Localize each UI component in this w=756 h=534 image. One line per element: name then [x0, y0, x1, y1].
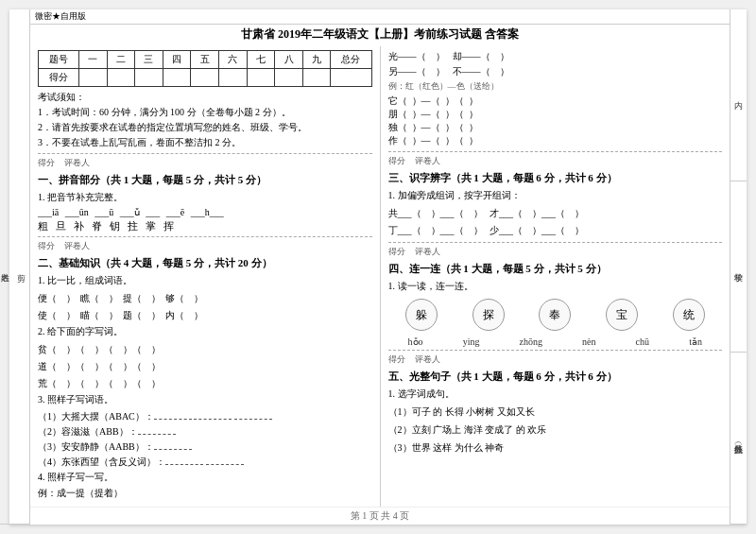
top-strip: 微密★自用版 — [30, 9, 730, 25]
s2-q1-content: 便（ ） 瞧（ ） 提（ ） 够（ ） 使（ ） 瞄（ ） 题（ ） 内（ ） — [38, 290, 372, 324]
py-ying: ying — [463, 336, 480, 347]
instructions-title: 考试须知： — [38, 91, 372, 104]
rt-extra-rows: 它（ ）—（ ）（ ） 朋（ ）—（ ）（ ） 独（ ）—（ ）（ ） 作（ ）… — [388, 95, 723, 147]
scorer-label-s1: 得分 — [38, 157, 55, 169]
s2-q3-1: （1）大摇大摆（ABAC）： — [38, 409, 372, 424]
scorer-s4: 得分 评卷人 — [388, 246, 723, 258]
py-tan: tǎn — [689, 336, 702, 347]
rt-extra1: 它（ ）—（ ）（ ） — [388, 95, 723, 108]
s5-sub2: （2）立刻 广场上 海洋 变成了 的 欢乐 — [388, 422, 723, 438]
side-labels: 内 学校 外（撕线） — [730, 9, 747, 525]
section1-title: 一、拼音部分（共 1 大题，每题 5 分，共计 5 分） — [38, 173, 372, 187]
table-header-8: 八 — [275, 51, 303, 69]
char-4: 脊 — [92, 219, 102, 233]
instruction-1: 1．考试时间：60 分钟，满分为 100 分（全卷每小题 2 分）。 — [38, 106, 372, 119]
pinyin-labels: hǒo ying zhōng nèn chū tǎn — [388, 336, 723, 347]
page-info: 第 1 页 共 4 页 — [351, 510, 410, 521]
section5-title: 五、光整句子（共 1 大题，每题 6 分，共计 6 分） — [388, 370, 723, 384]
scorer-person-s1: 评卷人 — [64, 157, 90, 169]
s2-q2-row1: 贫（ ）（ ）（ ）（ ） — [38, 341, 372, 358]
table-cell-3 — [135, 69, 163, 87]
char-6: 拄 — [128, 219, 138, 233]
scorer-person-s3: 评卷人 — [415, 155, 440, 167]
table-cell-4 — [163, 69, 191, 87]
s2-q3-3: （3）安安静静（AABB）： — [38, 439, 372, 455]
table-header-3: 三 — [135, 51, 163, 69]
char-5: 钥 — [110, 219, 120, 233]
rt-note: 例：红（红色）—色（送给） — [388, 80, 723, 93]
pb4: ___ǔ — [120, 207, 143, 217]
score-table: 题号 一 二 三 四 五 六 七 八 九 总分 得分 — [38, 50, 372, 87]
scorer-label-s3: 得分 — [388, 155, 405, 167]
py-chu: chū — [636, 336, 649, 347]
s2-q2-row3: 荒（ ）（ ）（ ）（ ） — [38, 375, 372, 392]
char-8: 挥 — [163, 219, 174, 233]
rt-r2c2: 不——（ ） — [453, 65, 509, 78]
s2-q2: 2. 给下面的字写词。 — [38, 324, 372, 338]
char-1: 粗 — [38, 219, 48, 233]
scorer-s1: 得分 评卷人 — [38, 157, 372, 169]
s2-q4-content: 例：成一提（提着） — [38, 487, 372, 500]
table-cell-1 — [78, 69, 107, 87]
main-content: 微密★自用版 甘肃省 2019年二年级语文【上册】考前练习试题 含答案 题号 一… — [30, 9, 730, 525]
s1-q1: 1. 把音节补充完整。 — [38, 190, 372, 204]
rt-extra4: 作（ ）—（ ）（ ） — [388, 134, 723, 147]
table-cell-8 — [275, 69, 303, 87]
label-jianfeng: 剪 — [13, 9, 29, 525]
section2-title: 二、基础知识（共 4 大题，每题 5 分，共计 20 分） — [38, 256, 372, 270]
scorer-label-s2: 得分 — [38, 240, 55, 252]
s2-q3: 3. 照样子写词语。 — [38, 392, 372, 406]
scorer-person-s5: 评卷人 — [415, 353, 440, 366]
s3-q1: 1. 加偏旁成组词，按字开组词： — [388, 188, 723, 202]
side-nei: 内 — [730, 9, 747, 181]
rt-row1: 光——（ ） 却——（ ） — [388, 50, 723, 63]
s5-sub1: （1）可子 的 长得 小树树 又如又长 — [388, 404, 723, 420]
s5-content: （1）可子 的 长得 小树树 又如又长 （2）立刻 广场上 海洋 变成了 的 欢… — [388, 404, 723, 456]
pb2: ___ūn — [65, 207, 92, 217]
scorer-s5: 得分 评卷人 — [388, 353, 723, 366]
right-column: 光——（ ） 却——（ ） 另——（ ） 不——（ ） 例：红（红色）—色（送给… — [381, 46, 730, 507]
rt-extra2: 朋（ ）—（ ）（ ） — [388, 108, 723, 121]
section3-title: 三、识字辨字（共 1 大题，每题 6 分，共计 6 分） — [388, 171, 723, 185]
table-row-defen: 得分 — [39, 69, 79, 87]
rt-r1c2: 却——（ ） — [453, 50, 509, 63]
circle-bao: 宝 — [606, 299, 638, 331]
s2-q2-row2: 道（ ）（ ）（ ）（ ） — [38, 358, 372, 375]
s2-q1-row1: 便（ ） 瞧（ ） 提（ ） 够（ ） — [38, 290, 372, 307]
section4-title: 四、连一连（共 1 大题，每题 5 分，共计 5 分） — [388, 262, 723, 276]
char-row-s1: 粗 旦 补 脊 钥 拄 掌 挥 — [38, 219, 372, 233]
s5-q1: 1. 选字词成句。 — [388, 387, 723, 401]
scorer-person-s4: 评卷人 — [415, 246, 440, 258]
instruction-2: 2．请首先按要求在试卷的指定位置填写您的姓名、班级、学号。 — [38, 121, 372, 134]
table-header-total: 总分 — [331, 51, 371, 69]
pb6: ___ē — [166, 207, 187, 217]
table-header-9: 九 — [302, 51, 331, 69]
py-hao: hǒo — [408, 336, 423, 347]
table-cell-7 — [247, 69, 275, 87]
left-margin: 剪 姓名 班级 学号 — [9, 9, 30, 525]
py-zhong: zhōng — [520, 336, 542, 347]
s2-q4: 4. 照样子写一写。 — [38, 470, 372, 484]
scorer-person-s2: 评卷人 — [64, 240, 90, 252]
pb3: ___ū — [94, 207, 116, 217]
table-cell-9 — [302, 69, 331, 87]
table-cell-total — [331, 69, 371, 87]
circle-tan: 探 — [472, 299, 505, 331]
footer: 第 1 页 共 4 页 — [30, 507, 730, 525]
circle-feng: 奉 — [539, 299, 571, 331]
char-3: 补 — [74, 219, 84, 233]
doc-title: 甘肃省 2019年二年级语文【上册】考前练习试题 含答案 — [30, 26, 730, 43]
circle-tong: 统 — [673, 299, 705, 331]
s2-q2-content: 贫（ ）（ ）（ ）（ ） 道（ ）（ ）（ ）（ ） 荒（ ）（ ）（ ）（ … — [38, 341, 372, 392]
s3-q1-row2: 丁___（ ）___（ ） 少___（ ）___（ ） — [388, 222, 723, 239]
py-nen: nèn — [582, 336, 595, 347]
char-7: 掌 — [146, 219, 156, 233]
table-header-2: 二 — [107, 51, 135, 69]
table-header-tihao: 题号 — [39, 51, 79, 69]
table-header-6: 六 — [218, 51, 247, 69]
word-circles: 躲 探 奉 宝 统 — [388, 297, 723, 333]
label-xingming: 姓名 — [0, 9, 13, 525]
pb1: ___iā — [38, 207, 61, 217]
scorer-s2: 得分 评卷人 — [38, 240, 372, 252]
pinyin-blanks-row: ___iā ___ūn ___ū ___ǔ ___ ___ē ___h___ — [38, 207, 372, 217]
